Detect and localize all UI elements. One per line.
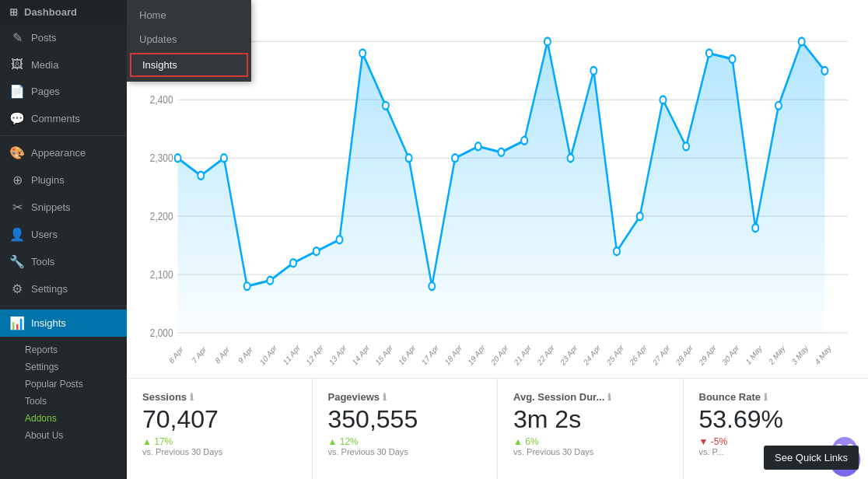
svg-point-38: [660, 96, 666, 103]
svg-point-36: [614, 247, 620, 255]
svg-text:30 Apr: 30 Apr: [721, 342, 740, 367]
svg-point-42: [752, 224, 758, 232]
svg-point-17: [175, 154, 181, 162]
dashboard-label[interactable]: Dashboard: [24, 6, 77, 18]
svg-point-45: [821, 67, 828, 75]
svg-point-19: [221, 154, 227, 162]
appearance-icon: 🎨: [9, 145, 25, 160]
svg-point-34: [568, 154, 574, 162]
sidebar-sub-tools[interactable]: Tools: [0, 393, 127, 410]
svg-text:9 Apr: 9 Apr: [237, 344, 254, 365]
bounce-info-icon[interactable]: ℹ: [764, 392, 768, 403]
stats-row: Sessions ℹ 70,407 ▲ 17% vs. Previous 30 …: [127, 378, 868, 479]
sidebar-item-pages[interactable]: 📄 Pages: [0, 78, 127, 105]
stat-pageviews-label: Pageviews ℹ: [328, 391, 482, 403]
stat-avg-session: Avg. Session Dur... ℹ 3m 2s ▲ 6% vs. Pre…: [498, 379, 684, 479]
sidebar-item-users[interactable]: 👤 Users: [0, 221, 127, 248]
svg-point-28: [429, 282, 435, 290]
svg-text:15 Apr: 15 Apr: [374, 342, 394, 367]
sidebar-header: ⊞ Dashboard: [0, 0, 127, 24]
sidebar-sub-about[interactable]: About Us: [0, 427, 127, 444]
media-label: Media: [31, 59, 58, 71]
svg-point-33: [544, 37, 551, 45]
svg-text:27 Apr: 27 Apr: [652, 342, 671, 367]
dropdown-menu: Home Updates Insights: [127, 0, 251, 82]
sidebar-item-posts[interactable]: ✎ Posts: [0, 24, 127, 51]
stat-bounce-rate-value: 53.69%: [699, 406, 853, 433]
sidebar-sub-popular-posts[interactable]: Popular Posts: [0, 376, 127, 393]
svg-point-31: [498, 149, 504, 156]
svg-text:1 May: 1 May: [744, 343, 764, 367]
pageviews-info-icon[interactable]: ℹ: [383, 392, 387, 403]
svg-text:25 Apr: 25 Apr: [605, 342, 625, 367]
main-content: Home Updates Insights 2,500: [127, 0, 868, 479]
svg-point-20: [244, 282, 250, 290]
stat-sessions: Sessions ℹ 70,407 ▲ 17% vs. Previous 30 …: [127, 379, 313, 479]
pages-label: Pages: [31, 86, 60, 97]
tools-icon: 🔧: [9, 254, 25, 269]
svg-point-25: [359, 49, 366, 57]
svg-point-18: [198, 172, 204, 180]
svg-text:2,200: 2,200: [150, 210, 173, 223]
sidebar-item-snippets[interactable]: ✂ Snippets: [0, 194, 127, 221]
stat-bounce-rate: Bounce Rate ℹ 53.69% ▼ -5% vs. P... See …: [684, 379, 869, 479]
svg-point-30: [475, 142, 481, 150]
settings-icon: ⚙: [9, 281, 25, 296]
svg-text:18 Apr: 18 Apr: [443, 342, 463, 367]
quick-links-button[interactable]: See Quick Links: [764, 446, 859, 470]
sessions-vs: vs. Previous 30 Days: [142, 447, 296, 456]
sidebar: ⊞ Dashboard ✎ Posts 🖼 Media 📄 Pages 💬 Co…: [0, 0, 127, 479]
svg-text:16 Apr: 16 Apr: [397, 342, 417, 367]
svg-text:29 Apr: 29 Apr: [698, 342, 717, 367]
svg-text:12 Apr: 12 Apr: [305, 342, 324, 367]
sidebar-item-media[interactable]: 🖼 Media: [0, 51, 127, 78]
sidebar-item-plugins[interactable]: ⊕ Plugins: [0, 166, 127, 194]
stat-avg-session-label: Avg. Session Dur... ℹ: [513, 391, 667, 403]
users-icon: 👤: [9, 227, 25, 242]
appearance-label: Appearance: [31, 147, 86, 159]
stat-pageviews-change: ▲ 12% vs. Previous 30 Days: [328, 436, 482, 456]
stat-sessions-label: Sessions ℹ: [142, 391, 296, 403]
svg-text:2,300: 2,300: [150, 152, 173, 165]
svg-text:14 Apr: 14 Apr: [352, 342, 371, 367]
svg-text:23 Apr: 23 Apr: [559, 342, 579, 367]
svg-text:10 Apr: 10 Apr: [259, 342, 278, 367]
sessions-info-icon[interactable]: ℹ: [190, 392, 194, 403]
svg-text:24 Apr: 24 Apr: [583, 342, 602, 367]
svg-point-43: [775, 102, 782, 110]
svg-text:2 May: 2 May: [768, 343, 787, 367]
pages-icon: 📄: [9, 84, 25, 99]
svg-text:21 Apr: 21 Apr: [513, 342, 532, 367]
snippets-icon: ✂: [9, 200, 25, 215]
dropdown-insights[interactable]: Insights: [130, 53, 248, 77]
svg-text:11 Apr: 11 Apr: [282, 342, 301, 367]
svg-point-41: [730, 55, 736, 63]
svg-marker-16: [178, 41, 825, 333]
dropdown-home[interactable]: Home: [127, 3, 251, 27]
svg-point-35: [590, 67, 597, 75]
svg-point-23: [313, 247, 320, 255]
svg-text:6 Apr: 6 Apr: [168, 344, 185, 365]
sidebar-sub-addons[interactable]: Addons: [0, 410, 127, 427]
insights-label: Insights: [31, 317, 66, 329]
stat-sessions-change: ▲ 17% vs. Previous 30 Days: [142, 436, 296, 456]
svg-point-37: [637, 212, 643, 220]
dropdown-updates[interactable]: Updates: [127, 27, 251, 51]
sidebar-item-settings[interactable]: ⚙ Settings: [0, 275, 127, 302]
stat-pageviews-value: 350,555: [328, 406, 482, 433]
avg-session-info-icon[interactable]: ℹ: [607, 392, 611, 403]
sidebar-sub-settings[interactable]: Settings: [0, 358, 127, 376]
sidebar-item-appearance[interactable]: 🎨 Appearance: [0, 139, 127, 166]
svg-point-21: [267, 277, 273, 285]
sidebar-item-tools[interactable]: 🔧 Tools: [0, 248, 127, 275]
sidebar-sub-reports[interactable]: Reports: [0, 341, 127, 358]
sidebar-item-comments[interactable]: 💬 Comments: [0, 105, 127, 132]
svg-text:7 Apr: 7 Apr: [191, 344, 208, 365]
sidebar-item-insights[interactable]: 📊 Insights: [0, 309, 127, 337]
media-icon: 🖼: [9, 58, 25, 72]
svg-text:28 Apr: 28 Apr: [674, 342, 694, 367]
plugins-icon: ⊕: [9, 173, 25, 187]
svg-text:19 Apr: 19 Apr: [467, 342, 486, 367]
stat-pageviews: Pageviews ℹ 350,555 ▲ 12% vs. Previous 3…: [313, 379, 499, 479]
svg-point-27: [406, 154, 412, 162]
